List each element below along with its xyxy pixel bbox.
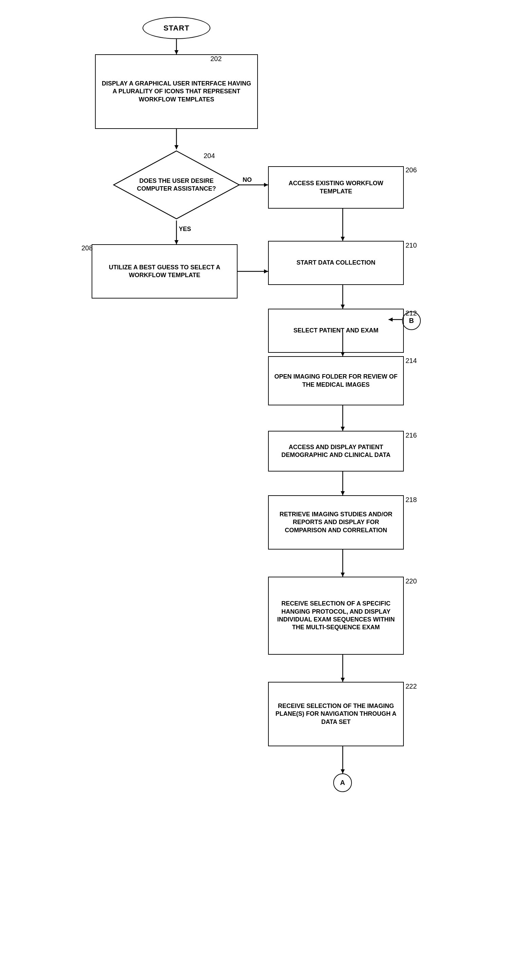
step208-number: 208 bbox=[81, 244, 93, 252]
step222-rect: RECEIVE SELECTION OF THE IMAGING PLANE(S… bbox=[268, 682, 404, 746]
step216-number: 216 bbox=[405, 431, 417, 439]
step222-number: 222 bbox=[405, 682, 417, 690]
step216-rect: ACCESS AND DISPLAY PATIENT DEMOGRAPHIC A… bbox=[268, 431, 404, 471]
step210-number: 210 bbox=[405, 242, 417, 249]
a-connector-circle: A bbox=[333, 773, 352, 792]
start-shape: START bbox=[142, 17, 211, 39]
svg-marker-5 bbox=[264, 183, 268, 187]
svg-marker-21 bbox=[341, 573, 345, 577]
step210-rect: START DATA COLLECTION bbox=[268, 241, 404, 285]
step220-rect: RECEIVE SELECTION OF A SPECIFIC HANGING … bbox=[268, 577, 404, 655]
step208-rect: UTILIZE A BEST GUESS TO SELECT A WORKFLO… bbox=[92, 244, 238, 299]
step206-number: 206 bbox=[405, 166, 417, 174]
step214-rect: OPEN IMAGING FOLDER FOR REVIEW OF THE ME… bbox=[268, 356, 404, 406]
step214-number: 214 bbox=[405, 357, 417, 365]
step220-number: 220 bbox=[405, 578, 417, 585]
step218-number: 218 bbox=[405, 496, 417, 504]
svg-marker-11 bbox=[264, 269, 268, 274]
no-label: NO bbox=[243, 177, 252, 183]
svg-marker-9 bbox=[341, 237, 345, 241]
svg-marker-25 bbox=[341, 769, 345, 773]
b-connector-circle: B bbox=[402, 312, 421, 330]
svg-marker-3 bbox=[174, 145, 179, 149]
svg-marker-1 bbox=[174, 50, 179, 54]
step206-rect: ACCESS EXISTING WORKFLOW TEMPLATE bbox=[268, 166, 404, 208]
svg-marker-13 bbox=[341, 305, 345, 309]
svg-marker-23 bbox=[341, 678, 345, 682]
step202-rect: DISPLAY A GRAPHICAL USER INTERFACE HAVIN… bbox=[95, 54, 258, 129]
step204-number: 204 bbox=[204, 152, 215, 160]
step212-rect: SELECT PATIENT AND EXAM bbox=[268, 309, 404, 353]
svg-marker-7 bbox=[174, 240, 179, 244]
svg-marker-19 bbox=[341, 491, 345, 495]
step204-diamond: DOES THE USER DESIRE COMPUTER ASSISTANCE… bbox=[112, 149, 241, 222]
svg-marker-17 bbox=[341, 427, 345, 431]
flowchart-diagram: START 202 DISPLAY A GRAPHICAL USER INTER… bbox=[0, 0, 509, 980]
step218-rect: RETRIEVE IMAGING STUDIES AND/OR REPORTS … bbox=[268, 495, 404, 549]
start-label: START bbox=[164, 24, 190, 33]
yes-label: YES bbox=[179, 226, 191, 233]
